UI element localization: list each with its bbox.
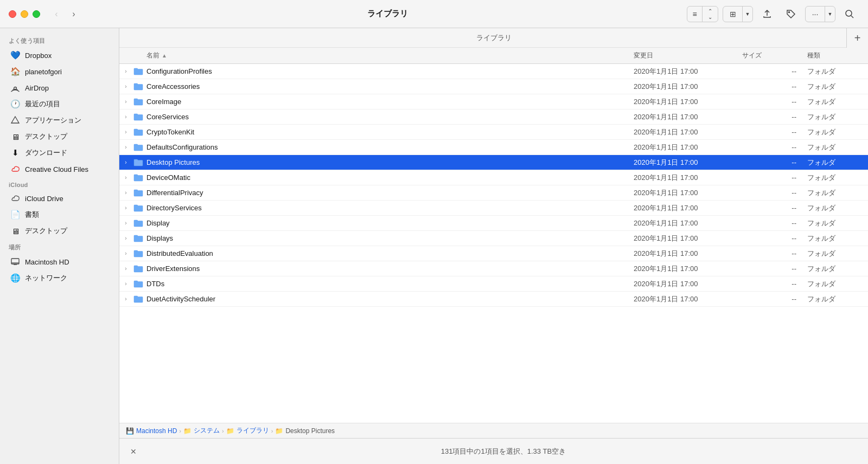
tag-button[interactable] — [781, 7, 801, 22]
file-row[interactable]: › Desktop Pictures 2020年1月1日 17:00 -- フォ… — [119, 155, 868, 170]
close-button[interactable] — [9, 10, 16, 18]
more-button[interactable]: ··· — [806, 7, 825, 22]
file-type: フォルダ — [803, 127, 868, 137]
sidebar-item-planetofgori[interactable]: 🏠 planetofgori — [3, 63, 116, 80]
sidebar-item-documents[interactable]: 📄 書類 — [3, 207, 116, 223]
sidebar-item-macintosh-hd[interactable]: Macintosh HD — [3, 254, 116, 270]
sidebar-item-recent[interactable]: 🕐 最近の項目 — [3, 96, 116, 112]
file-date: 2020年1月1日 17:00 — [629, 67, 738, 76]
icloud-drive-icon — [10, 193, 21, 204]
file-name: CryptoTokenKit — [144, 128, 629, 136]
file-name: Displays — [144, 234, 629, 242]
expand-icon[interactable]: › — [119, 220, 132, 226]
back-button[interactable]: ‹ — [49, 7, 64, 22]
breadcrumb-desktop-pictures[interactable]: Desktop Pictures — [285, 427, 335, 435]
folder-icon — [132, 189, 144, 197]
expand-icon[interactable]: › — [119, 266, 132, 272]
expand-icon[interactable]: › — [119, 129, 132, 135]
expand-icon[interactable]: › — [119, 144, 132, 150]
expand-icon[interactable]: › — [119, 205, 132, 211]
file-size: -- — [738, 219, 803, 227]
sort-button[interactable]: ⌃⌄ — [703, 7, 718, 22]
expand-icon[interactable]: › — [119, 296, 132, 302]
col-date-header[interactable]: 変更日 — [629, 51, 738, 60]
file-row[interactable]: › DifferentialPrivacy 2020年1月1日 17:00 --… — [119, 185, 868, 201]
expand-icon[interactable]: › — [119, 68, 132, 74]
file-row[interactable]: › DeviceOMatic 2020年1月1日 17:00 -- フォルダ — [119, 170, 868, 185]
col-name-header[interactable]: 名前 ▲ — [119, 51, 629, 60]
breadcrumb-macintosh[interactable]: Macintosh HD — [136, 427, 177, 435]
sidebar-item-desktop2[interactable]: 🖥 デスクトップ — [3, 223, 116, 239]
file-row[interactable]: › CoreAccessories 2020年1月1日 17:00 -- フォル… — [119, 79, 868, 94]
grid-dropdown-button[interactable]: ▼ — [743, 7, 752, 22]
file-row[interactable]: › Displays 2020年1月1日 17:00 -- フォルダ — [119, 231, 868, 246]
expand-icon[interactable]: › — [119, 281, 132, 287]
forward-button[interactable]: › — [66, 7, 81, 22]
sidebar-label-desktop: デスクトップ — [25, 132, 67, 141]
svg-point-1 — [846, 10, 852, 16]
sidebar-item-icloud-drive[interactable]: iCloud Drive — [3, 190, 116, 207]
file-type: フォルダ — [803, 264, 868, 274]
file-row[interactable]: › Display 2020年1月1日 17:00 -- フォルダ — [119, 216, 868, 231]
expand-icon[interactable]: › — [119, 83, 132, 89]
column-headers: 名前 ▲ 変更日 サイズ 種類 — [119, 48, 868, 64]
file-row[interactable]: › CryptoTokenKit 2020年1月1日 17:00 -- フォルダ — [119, 125, 868, 140]
list-view-button[interactable]: ≡ — [687, 7, 703, 22]
share-button[interactable] — [757, 7, 777, 22]
file-row[interactable]: › DriverExtensions 2020年1月1日 17:00 -- フォ… — [119, 261, 868, 276]
file-row[interactable]: › DTDs 2020年1月1日 17:00 -- フォルダ — [119, 276, 868, 292]
expand-icon[interactable]: › — [119, 190, 132, 196]
expand-icon[interactable]: › — [119, 175, 132, 181]
status-close-button[interactable]: ✕ — [128, 446, 139, 457]
sidebar-item-network[interactable]: 🌐 ネットワーク — [3, 270, 116, 286]
expand-icon[interactable]: › — [119, 114, 132, 120]
expand-icon[interactable]: › — [119, 159, 132, 165]
breadcrumb-system[interactable]: システム — [194, 426, 220, 435]
expand-icon[interactable]: › — [119, 99, 132, 105]
file-date: 2020年1月1日 17:00 — [629, 188, 738, 198]
expand-icon[interactable]: › — [119, 235, 132, 241]
sidebar-item-downloads[interactable]: ⬇ ダウンロード — [3, 145, 116, 161]
file-rows: › ConfigurationProfiles 2020年1月1日 17:00 … — [119, 64, 868, 423]
folder-icon — [132, 219, 144, 228]
file-row[interactable]: › DuetActivityScheduler 2020年1月1日 17:00 … — [119, 292, 868, 307]
more-group: ··· ▼ — [805, 6, 835, 22]
file-type: フォルダ — [803, 218, 868, 228]
sidebar-label-documents: 書類 — [25, 210, 39, 220]
file-type: フォルダ — [803, 97, 868, 107]
file-size: -- — [738, 143, 803, 151]
search-button[interactable] — [840, 7, 859, 22]
sidebar-item-applications[interactable]: アプリケーション — [3, 112, 116, 128]
file-size: -- — [738, 67, 803, 75]
folder-icon — [132, 234, 144, 243]
folder-icon — [132, 249, 144, 258]
sidebar-item-dropbox[interactable]: 💙 Dropbox — [3, 47, 116, 63]
grid-view-button[interactable]: ⊞ — [723, 7, 743, 22]
breadcrumb-library[interactable]: ライブラリ — [237, 426, 269, 435]
file-type: フォルダ — [803, 203, 868, 213]
sidebar-item-creative-cloud[interactable]: Creative Cloud Files — [3, 161, 116, 177]
file-row[interactable]: › ConfigurationProfiles 2020年1月1日 17:00 … — [119, 64, 868, 79]
maximize-button[interactable] — [33, 10, 40, 18]
minimize-button[interactable] — [21, 10, 28, 18]
expand-icon[interactable]: › — [119, 250, 132, 256]
file-date: 2020年1月1日 17:00 — [629, 127, 738, 137]
col-size-header[interactable]: サイズ — [738, 51, 803, 60]
file-name: Display — [144, 219, 629, 227]
col-type-header[interactable]: 種類 — [803, 51, 868, 60]
downloads-icon: ⬇ — [10, 147, 21, 158]
file-size: -- — [738, 82, 803, 91]
file-row[interactable]: › CoreServices 2020年1月1日 17:00 -- フォルダ — [119, 109, 868, 125]
file-type: フォルダ — [803, 234, 868, 243]
file-row[interactable]: › DistributedEvaluation 2020年1月1日 17:00 … — [119, 246, 868, 261]
file-row[interactable]: › CoreImage 2020年1月1日 17:00 -- フォルダ — [119, 94, 868, 109]
sidebar-item-airdrop[interactable]: AirDrop — [3, 80, 116, 96]
sidebar-item-desktop[interactable]: 🖥 デスクトップ — [3, 128, 116, 145]
file-row[interactable]: › DirectoryServices 2020年1月1日 17:00 -- フ… — [119, 201, 868, 216]
more-dropdown-button[interactable]: ▼ — [825, 7, 835, 22]
file-date: 2020年1月1日 17:00 — [629, 294, 738, 304]
file-row[interactable]: › DefaultsConfigurations 2020年1月1日 17:00… — [119, 140, 868, 155]
sidebar-label-recent: 最近の項目 — [25, 99, 60, 109]
add-group-button[interactable]: + — [846, 28, 868, 48]
documents-icon: 📄 — [10, 209, 21, 220]
